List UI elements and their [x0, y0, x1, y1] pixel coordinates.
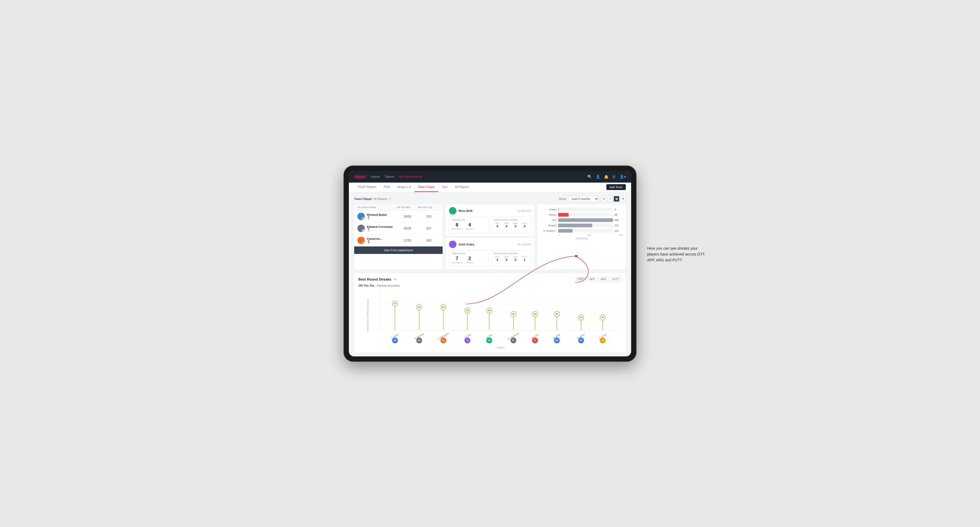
tournament-label-2: Tournament: [451, 261, 463, 264]
streak-avatar-billingham: DB: [441, 338, 446, 343]
chart-panel: Eagles 3 Birdies: [538, 205, 626, 269]
pb-avg-2: 107: [418, 227, 439, 230]
streak-dot-ewert: 7x: [392, 301, 398, 306]
bar-value-birdies: 96: [615, 213, 623, 216]
streak-bar-butler: [581, 320, 581, 330]
add-team-button[interactable]: Add Team: [606, 184, 626, 190]
streaks-panel: Best Round Streaks ← OTT APP ARG PUTT Of…: [354, 273, 626, 352]
settings-icon[interactable]: ⚙: [612, 175, 616, 179]
nav-links: Home Teams My Performance: [371, 174, 582, 179]
y-axis-label: Best Streak, Fairway Accuracy: [366, 310, 369, 332]
nav-link-home[interactable]: Home: [371, 174, 380, 179]
bar-value-dbogeys: 131: [615, 229, 623, 232]
card-stats-1: Total Rounds 8 Tournament 4 Pr: [449, 217, 531, 233]
user-icon[interactable]: 👤: [596, 175, 600, 179]
streak-bar-miller: [557, 316, 557, 330]
col-pb-avg: PB AVG SQ: [418, 206, 439, 209]
pb-score-2: 18/20: [397, 227, 418, 230]
streak-dot-billingham: 6x: [441, 304, 446, 310]
bar-container-dbogeys: [558, 229, 613, 233]
search-icon[interactable]: 🔍: [587, 175, 592, 179]
tournament-label-1: Tournament: [451, 228, 463, 230]
bell-icon[interactable]: 🔔: [604, 175, 609, 179]
leaderboard-panel: PLAYER NAME PB SCORE PB AVG SQ RB 1: [354, 205, 442, 269]
streak-col-quick: 3x C. Quick CQ: [600, 324, 606, 330]
practice-value-1: 4: [466, 222, 474, 228]
time-filter-select[interactable]: Last 3 months Last 6 months Last 12 mont…: [568, 196, 599, 202]
table-row[interactable]: CA 3 Cameron... 🥉 17/20 103: [354, 235, 442, 246]
streak-col-crossman: 4x E. Crossman EC: [511, 324, 516, 330]
list-view-button[interactable]: ≡: [607, 196, 613, 202]
total-rounds-label-1: Total Rounds: [451, 219, 487, 221]
device-frame: clippd Home Teams My Performance 🔍 👤 🔔 ⚙…: [344, 165, 636, 362]
bar-chart: Eagles 3 Birdies: [541, 208, 623, 233]
player-card-1: RB Rees Britt 02 Sep 2023 Total Rounds: [446, 205, 534, 236]
table-row[interactable]: EC 2 Edward Crossman 🥈 18/20 107: [354, 222, 442, 235]
streak-dot-quick: 3x: [600, 314, 606, 321]
nav-link-myperformance[interactable]: My Performance: [399, 174, 422, 179]
grid-view-button[interactable]: ⊞: [601, 196, 607, 202]
sub-nav-pga[interactable]: PGA: [380, 182, 394, 192]
practice-activities-label-1: Total Practice Activities: [493, 219, 529, 221]
bar-label-dbogeys: D. Bogeys +: [541, 229, 557, 232]
team-name: Team Clippd: [354, 197, 371, 200]
edit-icon[interactable]: ✏: [388, 197, 391, 200]
putt-label-1: PUTT: [520, 222, 529, 225]
streak-avatar-coles: JC: [465, 338, 470, 343]
x-label-400: 400: [619, 234, 623, 236]
streaks-subtitle: Off The Tee , Fairway Accuracy: [358, 284, 622, 287]
team-controls: Show Last 3 months Last 6 months Last 12…: [559, 196, 626, 202]
streak-tab-putt[interactable]: PUTT: [610, 277, 622, 282]
streak-tab-app[interactable]: APP: [587, 277, 597, 282]
sub-nav-allplayers[interactable]: All Players: [451, 182, 473, 192]
streak-avatar-quick: CQ: [600, 338, 606, 343]
streak-col-britt: 5x R. Britt RB: [486, 324, 492, 330]
rank-badge-2: 2: [362, 229, 365, 232]
streak-bar-coles: [467, 313, 468, 330]
practice-label-1: Practice: [466, 228, 474, 230]
sub-nav-tour[interactable]: Tour: [438, 182, 451, 192]
sub-nav-links: PGAT Players PGA Hcaps 1-5 Team Clippd T…: [354, 182, 473, 192]
show-label: Show: [559, 197, 566, 200]
practice-stats-row-1: OTT 0 APP 0 ARG: [493, 222, 529, 228]
streak-tab-ott[interactable]: OTT: [576, 277, 586, 282]
rank-badge-3: 3: [362, 241, 365, 244]
sub-nav-teamclippd[interactable]: Team Clippd: [414, 182, 438, 192]
bar-label-pars: Pars: [541, 219, 557, 221]
streak-col-mcherg: 6x B. McHerg BM: [416, 324, 422, 330]
leaderboard-header: PLAYER NAME PB SCORE PB AVG SQ: [354, 205, 442, 211]
bar-fill-dbogeys: [558, 229, 573, 233]
sub-nav-hcaps[interactable]: Hcaps 1-5: [394, 182, 414, 192]
bar-label-eagles: Eagles: [541, 208, 557, 211]
card-header-1: RB Rees Britt 02 Sep 2023: [449, 207, 531, 214]
streak-tab-arg[interactable]: ARG: [598, 277, 609, 282]
streak-avatar-crossman: EC: [511, 338, 516, 343]
player-card-2: JC Josh Coles 26 Aug 2023 Total Rounds: [446, 238, 534, 269]
streaks-header: Best Round Streaks ← OTT APP ARG PUTT: [358, 277, 622, 282]
nav-link-teams[interactable]: Teams: [385, 174, 394, 179]
app-value-2: 0: [503, 258, 511, 261]
profile-icon[interactable]: 👤▾: [619, 175, 626, 179]
streak-dot-britt: 5x: [486, 308, 492, 314]
team-title: Team Clippd 14 Players ✏: [354, 197, 391, 200]
streak-dot-miller: 4x: [554, 311, 560, 317]
view-leaderboard-button[interactable]: View Full Leaderboard: [354, 246, 442, 254]
streak-dot-ford: 4x: [532, 311, 538, 317]
table-view-button[interactable]: ≣: [620, 196, 626, 202]
app-label-2: APP: [503, 256, 511, 258]
streak-col-miller: 4x M. Miller MM: [554, 324, 560, 330]
tournament-value-1: 8: [451, 222, 463, 228]
streak-bar-ewert: [395, 306, 395, 330]
sub-nav-pgat[interactable]: PGAT Players: [354, 182, 380, 192]
avatar-1: RB 1: [357, 213, 365, 220]
rank-badge-1: 1: [362, 217, 365, 220]
streak-chart-area: 7x E. Ewert EE 6x B. McHerg BM: [380, 293, 622, 330]
table-row[interactable]: RB 1 Richard Butler 🥇 19/20 110: [354, 211, 442, 222]
putt-value-2: 1: [520, 258, 529, 261]
practice-activities-group-2: Total Practice Activities OTT 0 APP: [491, 250, 531, 267]
card-view-button[interactable]: ▦: [614, 196, 619, 202]
app-label-1: APP: [503, 222, 511, 225]
card-date-1: 02 Sep 2023: [517, 210, 531, 212]
x-axis-label: Players: [380, 346, 622, 349]
streak-avatar-butler: RB: [578, 338, 584, 343]
